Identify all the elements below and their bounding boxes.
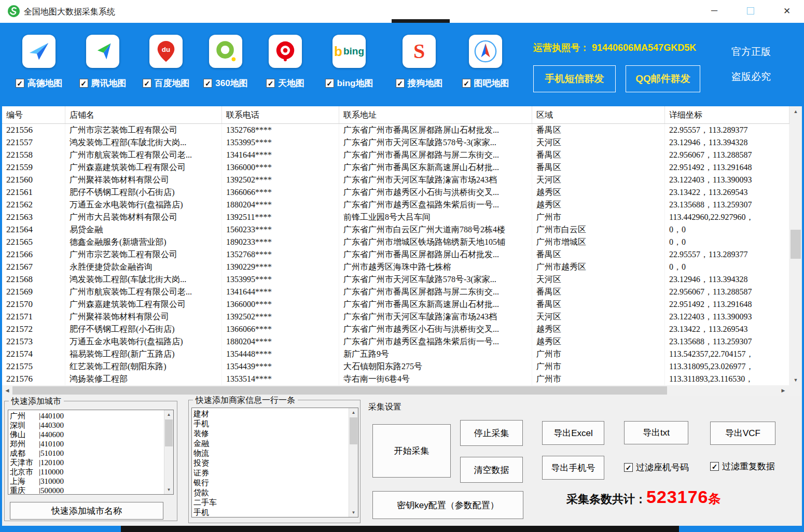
- merchant-list-item[interactable]: 证券: [193, 468, 348, 478]
- table-row[interactable]: 221574 福易装饰工程部(新广五路店) 1354448**** 新广五路9号…: [2, 348, 789, 360]
- city-list-scrollbar[interactable]: [164, 410, 173, 494]
- scroll-down-icon[interactable]: [349, 508, 358, 517]
- table-row[interactable]: 221564 易贷金融 1560233**** 广东省广州市白云区广州大道南78…: [2, 223, 789, 236]
- city-list-item[interactable]: 重庆|500000: [10, 486, 163, 494]
- scroll-up-icon[interactable]: [164, 410, 173, 419]
- close-button[interactable]: ✕: [775, 1, 799, 21]
- export-txt-button[interactable]: 导出txt: [624, 421, 688, 444]
- merchant-list-item[interactable]: 物流: [193, 449, 348, 458]
- cell-coords: 0，0: [665, 236, 789, 248]
- merchant-list-item[interactable]: 银行: [193, 478, 348, 488]
- tencent-map-checkbox[interactable]: [79, 79, 88, 88]
- scroll-down-icon[interactable]: [789, 375, 802, 385]
- scroll-up-icon[interactable]: [789, 106, 802, 117]
- table-row[interactable]: 221563 广州市大吕装饰材料有限公司 1392511**** 前锋工业园8号…: [2, 211, 789, 223]
- cell-address: 广东省广州市越秀区小石街与洪桥街交叉...: [339, 186, 532, 199]
- sogou-map-checkbox[interactable]: [396, 79, 405, 88]
- merchant-list-item[interactable]: 贷款: [193, 488, 348, 498]
- quick-add-city-button[interactable]: 快速添加城市名称: [10, 502, 163, 520]
- table-row[interactable]: 221575 红艺装饰工程部(朝阳东路) 1354439**** 大石镇朝阳东路…: [2, 360, 789, 373]
- export-phone-button[interactable]: 导出手机号: [542, 456, 604, 480]
- merchant-list-item[interactable]: 金融: [193, 439, 348, 449]
- filter-duplicate-checkbox-row[interactable]: 过滤重复数据: [710, 460, 775, 472]
- scroll-right-icon[interactable]: [778, 385, 788, 396]
- table-row[interactable]: 221558 广州市航宸装饰工程有限公司老... 1341644**** 广东省…: [2, 149, 789, 161]
- column-header-phone[interactable]: 联系电话: [222, 106, 339, 123]
- city-list-item[interactable]: 天津市|120100: [10, 458, 163, 467]
- stop-collection-button[interactable]: 停止采集: [460, 420, 523, 446]
- horizontal-scrollbar-thumb[interactable]: [12, 386, 667, 395]
- export-excel-button[interactable]: 导出Excel: [542, 421, 604, 445]
- mapbar-checkbox[interactable]: [462, 79, 471, 88]
- scroll-left-icon[interactable]: [2, 385, 12, 396]
- table-row[interactable]: 221559 广州森嘉建筑装饰工程有限公司 1366000**** 广东省广州市…: [2, 161, 789, 174]
- column-header-region[interactable]: 区域: [532, 106, 665, 123]
- table-row[interactable]: 221570 广州森嘉建筑装饰工程有限公司 1366000**** 广东省广州市…: [2, 298, 789, 311]
- city-list-item[interactable]: 上海|310000: [10, 477, 163, 486]
- sms-broadcast-button[interactable]: 手机短信群发: [533, 65, 616, 92]
- merchant-listbox[interactable]: 建材 手机 装修 金融 物流 投资 证券 银行 贷款 二手: [191, 408, 358, 517]
- key-config-button[interactable]: 密钥key配置（参数配置）: [372, 491, 523, 519]
- table-row[interactable]: 221567 永胜便捷贷款金融咨询 1390229**** 广州市越秀区海珠中路…: [2, 261, 789, 273]
- scroll-up-icon[interactable]: [349, 408, 358, 417]
- scroll-down-icon[interactable]: [164, 485, 173, 494]
- table-row[interactable]: 221556 广州市宗艺装饰工程有限公司 1352768**** 广东省广州市番…: [2, 124, 789, 136]
- column-header-coords[interactable]: 详细坐标: [665, 106, 789, 123]
- 360-map-checkbox[interactable]: [203, 79, 212, 88]
- start-collection-button[interactable]: 开始采集: [372, 424, 451, 478]
- export-vcf-button[interactable]: 导出VCF: [710, 422, 775, 445]
- table-row[interactable]: 221565 德鑫金融服务(新塘营业部) 1890233**** 广东省广州市增…: [2, 236, 789, 248]
- minimize-button[interactable]: ─: [702, 1, 726, 21]
- baidu-map-checkbox[interactable]: [143, 79, 151, 88]
- city-list-item[interactable]: 成都|510100: [10, 449, 163, 458]
- city-code: 510100: [40, 449, 64, 458]
- maximize-button[interactable]: [739, 1, 763, 21]
- table-vertical-scrollbar[interactable]: [789, 106, 802, 385]
- merchant-list-item[interactable]: 手机: [193, 508, 348, 516]
- cell-coords: 23.122403，113.390093: [665, 174, 789, 186]
- column-header-shop[interactable]: 店铺名: [65, 106, 222, 123]
- table-row[interactable]: 221562 万通五金水电装饰行(盘福路店) 1880204**** 广东省广州…: [2, 199, 789, 211]
- filter-landline-checkbox-row[interactable]: 过滤座机号码: [624, 461, 689, 473]
- city-list-item[interactable]: 郑州|410100: [10, 439, 163, 449]
- table-row[interactable]: 221566 广州市宗艺装饰工程有限公司 1352768**** 广东省广州市番…: [2, 248, 789, 261]
- amap-icon: [22, 35, 56, 68]
- city-list-item[interactable]: 北京市|110000: [10, 467, 163, 477]
- table-row[interactable]: 221571 广州聚祥装饰材料有限公司 1392502**** 广东省广州市天河…: [2, 311, 789, 323]
- table-row[interactable]: 221568 鸿发装饰工程部(车陂北街大岗... 1353995**** 广东省…: [2, 273, 789, 286]
- city-scrollbar-thumb[interactable]: [165, 419, 173, 446]
- cell-id: 221574: [2, 348, 65, 360]
- table-row[interactable]: 221573 万通五金水电装饰行(盘福路店) 1880204**** 广东省广州…: [2, 335, 789, 348]
- table-horizontal-scrollbar[interactable]: [2, 385, 789, 396]
- clear-data-button[interactable]: 清空数据: [460, 457, 523, 483]
- amap-checkbox[interactable]: [16, 79, 24, 88]
- table-row[interactable]: 221576 鸿扬装修工程部 1353514**** 寺右南一街6巷4号 广州市…: [2, 373, 789, 385]
- merchant-list-scrollbar[interactable]: [349, 408, 358, 517]
- merchant-list-item[interactable]: 建材: [193, 409, 348, 419]
- table-row[interactable]: 221557 鸿发装饰工程部(车陂北街大岗... 1353995**** 广东省…: [2, 136, 789, 149]
- merchant-scrollbar-thumb[interactable]: [350, 417, 357, 444]
- city-list-item[interactable]: 佛山|440600: [10, 430, 163, 439]
- cell-shop: 万通五金水电装饰行(盘福路店): [65, 199, 222, 211]
- filter-landline-checkbox[interactable]: [624, 463, 633, 472]
- qq-mail-broadcast-button[interactable]: QQ邮件群发: [626, 65, 700, 92]
- city-list-item[interactable]: 深圳|440300: [10, 421, 163, 430]
- bing-map-checkbox[interactable]: [325, 79, 334, 88]
- window-border-right: [802, 23, 804, 526]
- filter-duplicate-checkbox[interactable]: [710, 462, 719, 471]
- table-row[interactable]: 221572 肥仔不锈钢工程部(小石街店) 1366066**** 广东省广州市…: [2, 323, 789, 335]
- city-listbox[interactable]: 广州|440100 深圳|440300 佛山|440600 郑州|410100: [8, 410, 174, 495]
- merchant-list-item[interactable]: 装修: [193, 429, 348, 439]
- merchant-list-item[interactable]: 二手车: [193, 498, 348, 508]
- column-header-address[interactable]: 联系地址: [339, 106, 532, 123]
- column-header-id[interactable]: 编号: [2, 106, 65, 123]
- table-row[interactable]: 221560 广州聚祥装饰材料有限公司 1392502**** 广东省广州市天河…: [2, 174, 789, 186]
- table-row[interactable]: 221569 广州市航宸装饰工程有限公司老... 1341644**** 广东省…: [2, 286, 789, 298]
- cell-shop: 万通五金水电装饰行(盘福路店): [65, 335, 222, 348]
- city-list-item[interactable]: 广州|440100: [10, 411, 163, 421]
- vertical-scrollbar-thumb[interactable]: [791, 230, 801, 259]
- table-row[interactable]: 221561 肥仔不锈钢工程部(小石街店) 1366066**** 广东省广州市…: [2, 186, 789, 199]
- merchant-list-item[interactable]: 手机: [193, 419, 348, 429]
- merchant-list-item[interactable]: 投资: [193, 458, 348, 468]
- tianditu-checkbox[interactable]: [266, 79, 275, 88]
